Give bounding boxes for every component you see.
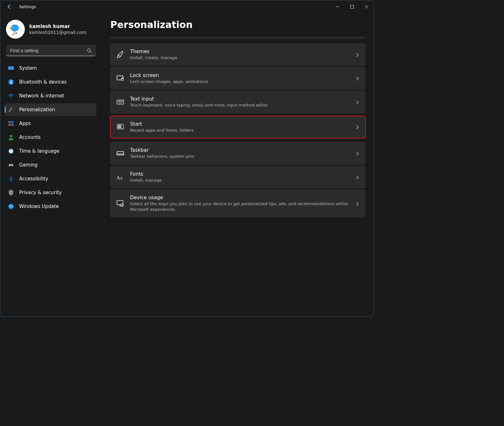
card-desc: Lock screen images, apps, animations (130, 79, 349, 85)
taskbar-icon (116, 149, 124, 157)
svg-line-10 (90, 52, 91, 53)
chevron-right-icon (355, 52, 359, 57)
svg-rect-38 (118, 125, 119, 126)
svg-rect-12 (8, 66, 14, 67)
profile-block[interactable]: kamlesh kumar kamlesh2011@gmail.com (2, 16, 100, 45)
partial-card-top (110, 36, 365, 39)
card-desc: Install, create, manage (130, 55, 349, 61)
sidebar: kamlesh kumar kamlesh2011@gmail.com Syst… (0, 13, 101, 316)
bluetooth-icon (8, 79, 14, 85)
card-device-usage[interactable]: Device usage Select all the ways you pla… (110, 189, 365, 217)
svg-point-34 (121, 101, 121, 102)
card-desc: Recent apps and items, folders (130, 128, 349, 133)
chevron-right-icon (355, 201, 359, 206)
nav-item-bluetooth[interactable]: Bluetooth & devices (5, 76, 96, 88)
nav-label: Accounts (19, 134, 41, 140)
gamepad-icon (8, 162, 14, 168)
card-title: Start (130, 121, 349, 127)
svg-point-32 (118, 101, 119, 102)
nav-item-privacy-security[interactable]: Privacy & security (5, 186, 96, 199)
card-title: Fonts (130, 171, 349, 177)
nav-item-gaming[interactable]: Gaming (5, 159, 96, 171)
card-start[interactable]: Start Recent apps and items, folders (110, 116, 365, 139)
svg-point-8 (15, 32, 17, 34)
window-controls (330, 2, 374, 12)
wifi-icon (8, 93, 14, 99)
card-lock-screen[interactable]: Lock screen Lock screen images, apps, an… (110, 67, 365, 90)
nav-item-accessibility[interactable]: Accessibility (5, 172, 96, 185)
svg-rect-37 (117, 124, 123, 129)
nav-item-windows-update[interactable]: Windows Update (5, 200, 96, 213)
keyboard-icon (116, 98, 124, 106)
minimize-button[interactable] (330, 2, 345, 12)
svg-point-28 (8, 204, 14, 209)
svg-rect-26 (10, 164, 10, 165)
chevron-right-icon (355, 100, 359, 104)
card-title: Device usage (130, 195, 349, 200)
nav-item-apps[interactable]: Apps (5, 117, 96, 130)
search-input[interactable] (10, 48, 87, 53)
app-title: Settings (19, 4, 36, 9)
svg-rect-31 (117, 100, 124, 104)
nav-list: System Bluetooth & devices Network & int… (2, 62, 100, 214)
chevron-right-icon (355, 125, 359, 129)
update-icon (8, 203, 14, 210)
nav-item-system[interactable]: System (5, 62, 96, 74)
svg-rect-42 (117, 152, 124, 155)
monitor-icon (8, 65, 14, 71)
device-usage-icon (116, 199, 124, 208)
page-title: Personalization (110, 19, 365, 30)
svg-point-27 (10, 176, 12, 177)
card-taskbar[interactable]: Taskbar Taskbar behaviors, system pins (110, 142, 365, 165)
close-button[interactable] (359, 2, 374, 12)
chevron-right-icon (355, 76, 359, 80)
card-text-input[interactable]: Text input Touch keyboard, voice typing,… (110, 91, 365, 113)
card-desc: Install, manage (130, 178, 349, 183)
nav-item-accounts[interactable]: Accounts (5, 131, 96, 144)
card-title: Lock screen (130, 73, 349, 78)
nav-item-network[interactable]: Network & internet (5, 90, 96, 102)
nav-label: System (19, 65, 37, 71)
content-area: Personalization Themes Install, create, … (101, 13, 374, 316)
clock-icon (8, 148, 14, 154)
svg-point-35 (122, 101, 123, 102)
search-box[interactable] (6, 45, 96, 56)
svg-point-9 (87, 49, 90, 52)
chevron-right-icon (355, 151, 359, 156)
svg-rect-41 (120, 127, 121, 128)
card-desc: Select all the ways you plan to use your… (130, 201, 349, 212)
svg-point-5 (11, 25, 19, 31)
nav-item-time-language[interactable]: Time & language (5, 145, 96, 157)
nav-label: Personalization (19, 107, 55, 112)
back-button[interactable] (7, 4, 12, 9)
paintbrush-icon (8, 106, 14, 113)
nav-item-personalization[interactable]: Personalization (5, 103, 96, 116)
nav-label: Network & internet (19, 93, 64, 99)
titlebar: Settings (0, 0, 374, 13)
svg-rect-39 (120, 125, 121, 126)
svg-rect-15 (8, 121, 11, 123)
svg-point-19 (10, 135, 12, 137)
svg-point-7 (12, 27, 13, 27)
svg-rect-30 (121, 79, 123, 80)
lock-screen-icon (116, 74, 124, 82)
person-icon (8, 134, 14, 140)
card-desc: Touch keyboard, voice typing, emoji and … (130, 102, 349, 108)
nav-label: Apps (19, 121, 31, 126)
profile-name: kamlesh kumar (29, 24, 86, 29)
nav-label: Gaming (19, 162, 38, 168)
card-fonts[interactable]: AA Fonts Install, manage (110, 166, 365, 188)
nav-label: Accessibility (19, 176, 48, 182)
card-title: Taskbar (130, 147, 349, 153)
svg-text:A: A (117, 175, 120, 180)
card-themes[interactable]: Themes Install, create, manage (110, 43, 365, 66)
card-title: Text input (130, 96, 349, 102)
card-desc: Taskbar behaviors, system pins (130, 154, 349, 159)
apps-icon (8, 120, 14, 127)
svg-rect-17 (8, 124, 11, 126)
nav-label: Time & language (19, 148, 59, 154)
svg-text:A: A (120, 176, 123, 180)
nav-label: Bluetooth & devices (19, 79, 67, 85)
maximize-button[interactable] (345, 2, 359, 12)
svg-rect-1 (350, 5, 353, 8)
